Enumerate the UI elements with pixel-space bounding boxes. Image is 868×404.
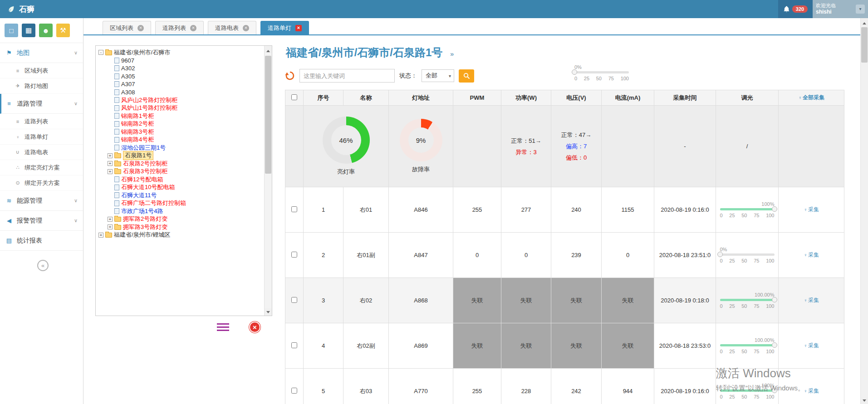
refresh-button[interactable] bbox=[285, 71, 295, 81]
tree-node[interactable]: A307 bbox=[98, 80, 263, 88]
row-checkbox[interactable] bbox=[291, 388, 297, 394]
tree-node-label[interactable]: 石狮广场二号路灯控制箱 bbox=[121, 199, 186, 207]
tree-node[interactable]: 风炉山1号路灯控制柜 bbox=[98, 104, 263, 112]
row-checkbox[interactable] bbox=[291, 206, 297, 212]
scroll-down-button[interactable] bbox=[265, 308, 272, 316]
tree-node-label[interactable]: 石狮大道11号 bbox=[121, 191, 157, 200]
tree-close-button[interactable]: × bbox=[249, 321, 260, 333]
sidebar-section-1[interactable]: ≡ 道路管理 ∨ bbox=[0, 94, 83, 114]
close-icon[interactable]: × bbox=[243, 25, 249, 31]
tree-node[interactable]: 9607 bbox=[98, 57, 263, 65]
tree-node-label[interactable]: A307 bbox=[121, 81, 135, 88]
tree-node-label[interactable]: A305 bbox=[121, 73, 135, 80]
tree-node-label[interactable]: 锦南路3号柜 bbox=[121, 128, 154, 136]
tree-node-label[interactable]: 市政广场1号4路 bbox=[121, 207, 163, 215]
page-scrollbar[interactable] bbox=[860, 18, 868, 404]
expand-icon[interactable]: + bbox=[108, 169, 113, 174]
tree-node-label[interactable]: A302 bbox=[121, 65, 135, 72]
collapse-icon[interactable]: - bbox=[98, 50, 103, 55]
slider-track[interactable] bbox=[720, 253, 775, 256]
tree-node-label[interactable]: 湿地公园三期1号 bbox=[121, 144, 166, 152]
slider-knob[interactable] bbox=[772, 297, 777, 302]
sidebar-item-1-3[interactable]: ∴ 绑定亮灯方案 bbox=[0, 160, 83, 175]
tree-node[interactable]: 风庐山2号路灯控制柜 bbox=[98, 96, 263, 104]
sidebar-section-4[interactable]: ▤ 统计报表 bbox=[0, 231, 83, 251]
row-checkbox[interactable] bbox=[291, 342, 297, 348]
sidebar-item-1-1[interactable]: ♀ 道路单灯 bbox=[0, 129, 83, 145]
slider-track[interactable] bbox=[720, 344, 775, 346]
close-icon[interactable]: × bbox=[137, 25, 144, 31]
tree-node[interactable]: 锦南路3号柜 bbox=[98, 128, 263, 136]
tree-node[interactable]: 湿地公园三期1号 bbox=[98, 144, 263, 152]
tree-node[interactable]: A308 bbox=[98, 88, 263, 97]
tree-node-label[interactable]: 石狮大道10号配电箱 bbox=[121, 183, 175, 191]
row-checkbox[interactable] bbox=[291, 297, 297, 303]
tree-node[interactable]: 石狮12号配电箱 bbox=[98, 175, 263, 184]
collect-link[interactable]: ♀采集 bbox=[804, 388, 819, 394]
expand-icon[interactable]: + bbox=[108, 161, 113, 166]
tab-1[interactable]: 道路列表 × bbox=[155, 21, 204, 34]
slider-knob[interactable] bbox=[772, 206, 777, 212]
tree-node-label[interactable]: 锦南路4号柜 bbox=[121, 136, 154, 144]
slider-track[interactable] bbox=[574, 71, 629, 73]
tree-node-label[interactable]: 锦南路2号柜 bbox=[121, 120, 154, 128]
sidebar-item-1-0[interactable]: ≡ 道路列表 bbox=[0, 114, 83, 129]
tree-node-label[interactable]: 风庐山2号路灯控制柜 bbox=[121, 96, 177, 104]
notifications-button[interactable]: 320 bbox=[778, 0, 813, 18]
expand-icon[interactable]: + bbox=[108, 153, 113, 158]
tree-node-label[interactable]: 石泉路2号控制柜 bbox=[123, 160, 167, 168]
slider-knob[interactable] bbox=[572, 69, 577, 75]
tree-node[interactable]: + 石泉路3号控制柜 bbox=[98, 168, 263, 176]
sidebar-section-0[interactable]: ⚑ 地图 ∨ bbox=[0, 43, 83, 63]
tree-node[interactable]: 石狮广场二号路灯控制箱 bbox=[98, 200, 263, 208]
status-select[interactable]: 全部 ▾ bbox=[422, 69, 454, 82]
collect-link[interactable]: ♀采集 bbox=[804, 297, 819, 303]
tree-node[interactable]: - 福建省/泉州市/石狮市 bbox=[98, 49, 263, 57]
tree-node-label[interactable]: 9607 bbox=[121, 57, 134, 64]
monitor-button[interactable]: □ bbox=[5, 24, 18, 37]
tab-0[interactable]: 区域列表 × bbox=[103, 21, 151, 34]
scroll-up-button[interactable] bbox=[861, 18, 868, 25]
slider-track[interactable] bbox=[720, 299, 775, 301]
collect-link[interactable]: ♀采集 bbox=[804, 252, 819, 258]
sidebar-item-1-4[interactable]: ⊙ 绑定开关方案 bbox=[0, 175, 83, 191]
collect-all-link[interactable]: ♀全部采集 bbox=[798, 94, 824, 101]
tree-node-label[interactable]: 石泉路3号控制柜 bbox=[123, 167, 167, 175]
expand-icon[interactable]: + bbox=[98, 233, 103, 238]
tree-node[interactable]: 市政广场1号4路 bbox=[98, 207, 263, 215]
slider-knob[interactable] bbox=[772, 388, 777, 393]
brand[interactable]: 石狮 bbox=[0, 0, 42, 18]
close-icon[interactable]: × bbox=[295, 25, 302, 31]
tree-node-label[interactable]: A308 bbox=[121, 89, 135, 96]
close-icon[interactable]: × bbox=[190, 25, 196, 31]
sidebar-collapse-button[interactable]: « bbox=[37, 260, 49, 271]
sidebar-item-0-0[interactable]: ≡ 区域列表 bbox=[0, 63, 83, 78]
slider-knob[interactable] bbox=[772, 342, 777, 348]
tree-node[interactable]: + 拥军路3号路灯变 bbox=[98, 223, 263, 231]
tree-node[interactable]: + 石泉路1号 bbox=[98, 152, 263, 160]
tree-node[interactable]: 锦南路4号柜 bbox=[98, 136, 263, 144]
row-checkbox[interactable] bbox=[291, 252, 297, 258]
grid-button[interactable]: ▦ bbox=[22, 24, 35, 37]
collect-link[interactable]: ♀采集 bbox=[804, 206, 819, 213]
tree-node[interactable]: + 福建省/泉州市/鲤城区 bbox=[98, 231, 263, 239]
tree-node-label[interactable]: 石狮12号配电箱 bbox=[121, 175, 163, 184]
sidebar-section-3[interactable]: ◀ 报警管理 ∨ bbox=[0, 211, 83, 231]
tree-node-label[interactable]: 风炉山1号路灯控制柜 bbox=[121, 104, 177, 112]
slider-knob[interactable] bbox=[717, 252, 723, 257]
tree-node-label[interactable]: 拥军路3号路灯变 bbox=[123, 223, 167, 231]
tree-node[interactable]: 石狮大道10号配电箱 bbox=[98, 184, 263, 192]
tree-node[interactable]: 锦南路2号柜 bbox=[98, 120, 263, 128]
tree-node-label[interactable]: 锦南路1号柜 bbox=[121, 112, 154, 120]
tab-2[interactable]: 道路电表 × bbox=[208, 21, 256, 34]
sidebar-item-0-1[interactable]: ✈ 路灯地图 bbox=[0, 78, 83, 94]
tree-node[interactable]: A305 bbox=[98, 73, 263, 81]
tools-button[interactable]: ⚒ bbox=[56, 24, 70, 37]
search-input[interactable] bbox=[299, 69, 395, 83]
tree-node[interactable]: A302 bbox=[98, 64, 263, 73]
tree-node-label[interactable]: 拥军路2号路灯变 bbox=[123, 215, 167, 223]
tab-3[interactable]: 道路单灯 × bbox=[260, 21, 309, 34]
chevron-down-icon[interactable]: ▾ bbox=[856, 5, 865, 14]
tree-scrollbar[interactable] bbox=[264, 46, 272, 316]
expand-icon[interactable]: + bbox=[108, 224, 113, 229]
